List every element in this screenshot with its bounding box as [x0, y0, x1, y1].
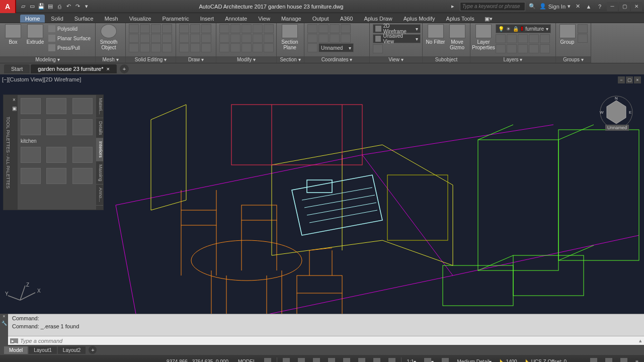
smooth-button[interactable]: Smooth Object — [99, 24, 119, 50]
mod-btn-13[interactable] — [242, 43, 252, 52]
mod-btn-3[interactable] — [242, 24, 252, 33]
palette-item[interactable] — [72, 119, 93, 135]
coord-btn-6[interactable] — [318, 34, 329, 43]
scale-control[interactable]: 1:1 ▾ — [405, 357, 419, 362]
visual-style-combo[interactable]: 2D Wireframe▾ — [373, 24, 421, 33]
tab-a360[interactable]: A360 — [335, 15, 358, 23]
snap-icon[interactable] — [280, 357, 292, 362]
tab-parametric[interactable]: Parametric — [157, 15, 194, 23]
tab-home[interactable]: Home — [20, 15, 45, 23]
minimize-button[interactable]: ─ — [607, 2, 618, 11]
palette-tab-interiors[interactable]: Interiors — [96, 138, 103, 161]
palette-item[interactable] — [46, 98, 66, 114]
lay-btn-2[interactable] — [507, 34, 517, 43]
se-btn-10[interactable] — [140, 43, 150, 52]
se-btn-6[interactable] — [140, 34, 150, 43]
se-btn-2[interactable] — [140, 24, 150, 33]
search-icon[interactable]: 🔍 — [528, 3, 536, 11]
qat-print-icon[interactable]: ⎙ — [55, 3, 63, 11]
mod-btn-4[interactable] — [253, 24, 263, 33]
doc-tab-file[interactable]: garden house 23 furniture*× — [31, 64, 117, 73]
hardware-icon[interactable] — [603, 357, 615, 362]
grp-btn-2[interactable] — [578, 34, 588, 43]
command-recent-icon[interactable]: ▴ — [639, 337, 642, 344]
tab-visualize[interactable]: Visualize — [124, 15, 156, 23]
draw-btn-8[interactable] — [190, 43, 200, 52]
palette-item[interactable] — [21, 98, 41, 114]
layout1-tab[interactable]: Layout1 — [29, 346, 57, 354]
tab-manage[interactable]: Manage — [276, 15, 306, 23]
info-arrow-icon[interactable]: ▸ — [449, 3, 457, 11]
se-btn-7[interactable] — [151, 34, 161, 43]
extrude-button[interactable]: Extrude — [25, 24, 45, 45]
palette-tab-massing[interactable]: Massing — [96, 161, 103, 185]
panel-draw-title[interactable]: Draw ▾ — [176, 56, 216, 63]
lay-btn-10[interactable] — [540, 44, 550, 53]
isolate-icon[interactable] — [588, 357, 600, 362]
viewport[interactable]: [−][Custom View][2D Wireframe] − ▢ × — [0, 74, 644, 314]
panel-modify-title[interactable]: Modify ▾ — [216, 56, 276, 63]
panel-section-title[interactable]: Section ▾ — [277, 56, 304, 63]
tab-mesh[interactable]: Mesh — [100, 15, 123, 23]
view-btn-1[interactable] — [373, 44, 383, 53]
palette-pin-icon[interactable]: ▣ — [12, 106, 17, 111]
qat-undo-icon[interactable]: ↶ — [64, 3, 72, 11]
palette-close-icon[interactable]: × — [13, 97, 16, 103]
dynamic-ucs-icon[interactable] — [371, 357, 383, 362]
cmd-close-icon[interactable]: × — [0, 314, 8, 321]
mod-btn-10[interactable] — [264, 34, 274, 43]
se-btn-9[interactable] — [129, 43, 139, 52]
grid-icon[interactable] — [262, 357, 274, 362]
app-logo[interactable]: A — [0, 0, 16, 13]
palette-item[interactable] — [21, 119, 41, 135]
qat-open-icon[interactable]: ▭ — [28, 3, 36, 11]
ribbon-overflow-icon[interactable]: ▣▾ — [485, 15, 493, 23]
palette-item[interactable] — [72, 168, 93, 184]
palette-item[interactable] — [72, 98, 93, 114]
palette-tab-materials[interactable]: Materi... — [96, 95, 103, 118]
qat-save-icon[interactable]: 💾 — [37, 3, 45, 11]
mod-btn-9[interactable] — [253, 34, 263, 43]
doc-tab-start[interactable]: Start — [4, 64, 30, 73]
clean-icon[interactable] — [618, 357, 630, 362]
qat-redo-icon[interactable]: ↷ — [73, 3, 82, 11]
coord-btn-3[interactable] — [330, 24, 340, 33]
palette-title[interactable]: TOOL PALETTES - ALL PALETTES — [4, 95, 11, 210]
maximize-button[interactable]: ▢ — [619, 2, 630, 11]
coord-btn-4[interactable] — [341, 24, 351, 33]
help-icon[interactable]: ? — [596, 3, 604, 11]
lay-btn-1[interactable] — [496, 34, 506, 43]
3dosnap-icon[interactable] — [341, 357, 353, 362]
signin-button[interactable]: 👤Sign In▾ — [539, 3, 571, 10]
palette-item[interactable] — [21, 147, 41, 163]
draw-btn-2[interactable] — [190, 24, 200, 33]
polysolid-button[interactable]: Polysolid — [47, 24, 92, 33]
draw-btn-4[interactable] — [179, 34, 189, 43]
tab-surface[interactable]: Surface — [69, 15, 99, 23]
mod-btn-7[interactable] — [230, 34, 240, 43]
tab-view[interactable]: View — [253, 15, 275, 23]
elevation-control[interactable]: 📐 1400 — [497, 357, 519, 362]
help-search-input[interactable] — [460, 2, 525, 11]
view-combo[interactable]: Unsaved View▾ — [373, 34, 421, 43]
se-btn-12[interactable] — [162, 43, 172, 52]
coord-btn-5[interactable] — [307, 34, 317, 43]
palette-tab-anno[interactable]: Anno... — [96, 185, 103, 206]
mod-btn-15[interactable] — [264, 43, 274, 52]
palette-item[interactable] — [46, 147, 66, 163]
palette-tab-details[interactable]: Details — [96, 118, 103, 139]
tab-aplus-tools[interactable]: Aplus Tools — [441, 15, 479, 23]
panel-layers-title[interactable]: Layers ▾ — [470, 56, 555, 63]
se-btn-11[interactable] — [151, 43, 161, 52]
qat-new-icon[interactable]: ▱ — [19, 3, 27, 11]
cmd-wrench-icon[interactable]: 🔧 — [0, 321, 8, 328]
polar-icon[interactable] — [310, 357, 323, 362]
panel-view-title[interactable]: View ▾ — [370, 56, 422, 63]
mod-btn-14[interactable] — [253, 43, 263, 52]
model-tab[interactable]: Model — [4, 346, 28, 354]
model-toggle[interactable]: MODEL — [235, 357, 259, 362]
coord-btn-1[interactable] — [307, 24, 317, 33]
palette-item[interactable] — [72, 147, 93, 163]
mod-btn-5[interactable] — [264, 24, 274, 33]
layer-properties-button[interactable]: Layer Properties — [473, 24, 494, 50]
